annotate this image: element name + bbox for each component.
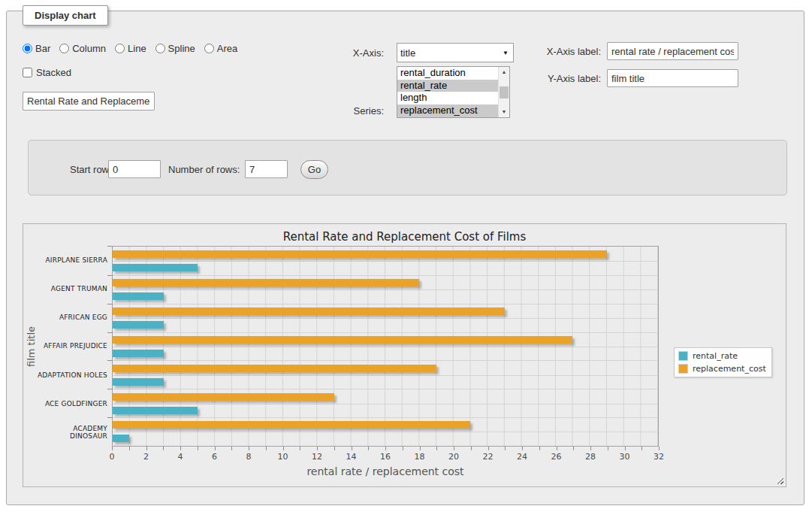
x-tick-label: 8 (246, 452, 252, 462)
category-band (113, 304, 658, 332)
chart-title-input[interactable] (23, 92, 155, 111)
x-tick-label: 24 (517, 452, 527, 462)
x-tick-mark (641, 447, 642, 450)
y-category-label: AIRPLANE SIERRA (37, 246, 107, 274)
page: Display chart BarColumnLineSplineArea St… (0, 0, 812, 512)
stacked-checkbox[interactable] (23, 68, 32, 77)
start-row-input[interactable] (108, 160, 161, 178)
x-tick-label: 14 (346, 452, 357, 462)
series-listbox[interactable]: rental_durationrental_ratelengthreplacem… (397, 66, 510, 118)
x-axis-select[interactable]: title (397, 43, 514, 62)
x-tick-mark (557, 447, 557, 450)
x-tick-mark (215, 447, 216, 450)
scrollbar-up-icon[interactable]: ▲ (499, 67, 509, 77)
replacement_cost-bar (113, 279, 419, 286)
category-band (113, 332, 658, 361)
stacked-option[interactable]: Stacked (23, 67, 71, 78)
x-tick-label: 32 (654, 452, 664, 462)
rental_rate-bar (113, 321, 164, 329)
y-category-label: ACE GOLDFINGER (37, 389, 107, 418)
x-tick-label: 4 (178, 452, 183, 462)
chart-type-radio-line[interactable] (115, 44, 125, 53)
x-tick-mark (573, 447, 574, 450)
x-tick-mark (112, 447, 113, 450)
rental_rate-bar (113, 407, 198, 414)
rental_rate-bar (113, 350, 164, 357)
chart-type-column[interactable]: Column (59, 43, 106, 54)
legend-entry-rental_rate: rental_rate (678, 351, 766, 361)
replacement_cost-bar (113, 365, 436, 372)
x-tick-mark (266, 447, 267, 450)
scrollbar-thumb[interactable] (500, 86, 509, 98)
legend-entry-replacement_cost: replacement_cost (678, 364, 766, 374)
chart-legend: rental_ratereplacement_cost (674, 347, 772, 377)
chart-title: Rental Rate and Replacement Cost of Film… (23, 230, 786, 244)
x-tick-mark (352, 447, 352, 450)
series-scrollbar[interactable]: ▲ ▼ (498, 67, 509, 117)
x-axis-label-input[interactable] (607, 42, 738, 60)
num-rows-input[interactable] (245, 160, 288, 178)
x-tick-label: 22 (483, 452, 494, 462)
y-category-label: AFFAIR PREJUDICE (37, 332, 107, 360)
x-tick-mark (454, 447, 454, 450)
chart-type-line[interactable]: Line (115, 43, 146, 54)
rental_rate-bar (113, 435, 129, 442)
x-tick-mark (231, 447, 232, 450)
x-tick-label: 6 (212, 452, 217, 462)
y-axis-label-input[interactable] (607, 69, 738, 87)
chart-type-radio-group: BarColumnLineSplineArea (23, 43, 237, 54)
x-axis-select-wrap: title ▼ (397, 43, 514, 62)
chart-type-radio-bar[interactable] (23, 44, 32, 53)
stacked-label: Stacked (36, 67, 71, 78)
x-axis-ticks (112, 447, 659, 451)
category-band (113, 360, 658, 389)
go-button[interactable]: Go (300, 160, 328, 179)
chart-type-label: Spline (168, 43, 195, 54)
series-options: rental_durationrental_ratelengthreplacem… (397, 67, 498, 117)
x-tick-label: 30 (620, 452, 630, 462)
x-tick-mark (505, 447, 506, 450)
legend-swatch-icon (678, 351, 688, 361)
x-tick-mark (488, 447, 489, 450)
y-axis-title: film title (25, 246, 37, 447)
x-tick-label: 12 (312, 452, 322, 462)
chart-type-bar[interactable]: Bar (23, 43, 50, 54)
x-tick-mark (368, 447, 369, 450)
series-option-rental_duration[interactable]: rental_duration (397, 67, 498, 80)
x-tick-mark (471, 447, 472, 450)
replacement_cost-bar (113, 250, 607, 258)
x-tick-mark (590, 447, 591, 450)
scrollbar-down-icon[interactable]: ▼ (499, 107, 509, 117)
x-tick-mark (249, 447, 249, 450)
y-axis-label-field-label: Y-Axis label: (533, 73, 601, 84)
resize-grip-icon[interactable] (775, 476, 783, 484)
x-tick-mark (163, 447, 164, 450)
scrollbar-track[interactable] (499, 77, 509, 107)
category-band (113, 389, 658, 417)
y-axis-category-labels: AIRPLANE SIERRAAGENT TRUMANAFRICAN EGGAF… (37, 246, 107, 447)
y-category-label: AFRICAN EGG (37, 303, 107, 332)
chart-type-radio-area[interactable] (204, 44, 214, 53)
x-tick-label: 16 (380, 452, 391, 462)
x-tick-label: 0 (110, 452, 115, 462)
x-tick-mark (539, 447, 540, 450)
legend-label: replacement_cost (693, 364, 766, 374)
x-tick-mark (129, 447, 130, 450)
y-category-label: ACADEMY DINOSAUR (37, 418, 107, 447)
x-tick-mark (317, 447, 318, 450)
chart-type-radio-spline[interactable] (155, 44, 165, 53)
replacement_cost-bar (113, 421, 470, 429)
chart-type-radio-column[interactable] (59, 44, 69, 53)
series-option-length[interactable]: length (397, 92, 498, 105)
category-band (113, 247, 658, 275)
chart-type-label: Column (72, 43, 106, 54)
row-controls-panel: Start row: Number of rows: Go (28, 140, 787, 195)
x-tick-mark (659, 447, 660, 450)
chart-type-spline[interactable]: Spline (155, 43, 195, 54)
series-option-replacement_cost[interactable]: replacement_cost (397, 105, 498, 117)
series-option-rental_rate[interactable]: rental_rate (397, 80, 498, 92)
chart-container: Rental Rate and Replacement Cost of Film… (23, 223, 786, 487)
num-rows-label: Number of rows: (168, 164, 240, 175)
chart-type-area[interactable]: Area (204, 43, 237, 54)
x-axis-tick-labels: 02468101214161820222426283032 (112, 452, 659, 462)
